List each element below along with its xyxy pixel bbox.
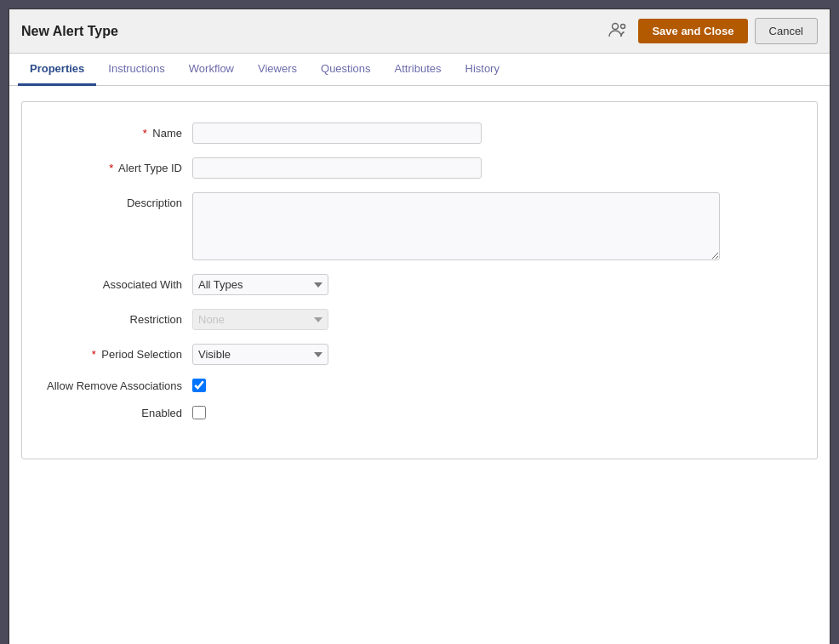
tab-workflow[interactable]: Workflow <box>177 54 246 86</box>
tab-properties[interactable]: Properties <box>18 54 96 86</box>
form-panel: * Name * Alert Type ID Description <box>21 101 818 459</box>
enabled-checkbox[interactable] <box>192 406 206 419</box>
description-textarea[interactable] <box>192 192 720 260</box>
restriction-label: Restriction <box>39 309 192 326</box>
period-selection-label: * Period Selection <box>39 344 192 361</box>
alert-type-id-input[interactable] <box>192 157 482 179</box>
tab-attributes[interactable]: Attributes <box>383 54 454 86</box>
page-title: New Alert Type <box>21 24 118 39</box>
titlebar-left: New Alert Type <box>21 24 118 39</box>
enabled-row: Enabled <box>39 406 800 419</box>
allow-remove-associations-label: Allow Remove Associations <box>39 379 192 392</box>
period-selection-select[interactable]: Visible Hidden Required <box>192 344 328 365</box>
restriction-select[interactable]: None Restricted Public <box>192 309 328 330</box>
name-required-star: * <box>143 127 147 140</box>
associated-with-label: Associated With <box>39 274 192 291</box>
titlebar-right: Save and Close Cancel <box>604 16 818 46</box>
svg-point-0 <box>613 24 619 30</box>
description-label: Description <box>39 192 192 209</box>
cancel-button[interactable]: Cancel <box>755 18 818 44</box>
period-selection-row: * Period Selection Visible Hidden Requir… <box>39 344 800 365</box>
tab-questions[interactable]: Questions <box>309 54 383 86</box>
tab-viewers[interactable]: Viewers <box>246 54 309 86</box>
user-icon <box>608 20 628 40</box>
tab-instructions[interactable]: Instructions <box>96 54 176 86</box>
tab-bar: Properties Instructions Workflow Viewers… <box>9 54 830 86</box>
alert-type-id-label: * Alert Type ID <box>39 157 192 174</box>
name-row: * Name <box>39 123 800 144</box>
tab-history[interactable]: History <box>454 54 511 86</box>
associated-with-select[interactable]: All Types Type A Type B <box>192 274 328 295</box>
period-selection-required-star: * <box>92 348 96 361</box>
alert-type-id-row: * Alert Type ID <box>39 157 800 179</box>
content-area: * Name * Alert Type ID Description <box>9 86 830 644</box>
alert-type-id-required-star: * <box>109 162 113 174</box>
associated-with-row: Associated With All Types Type A Type B <box>39 274 800 295</box>
description-row: Description <box>39 192 800 260</box>
svg-point-1 <box>621 25 625 29</box>
name-input[interactable] <box>192 123 482 144</box>
restriction-row: Restriction None Restricted Public <box>39 309 800 330</box>
name-label: * Name <box>39 123 192 140</box>
titlebar: New Alert Type Save and Close Cancel <box>9 9 830 54</box>
main-window: New Alert Type Save and Close Cancel Pro… <box>9 9 830 644</box>
user-icon-button[interactable] <box>604 16 631 46</box>
allow-remove-associations-checkbox[interactable] <box>192 379 206 392</box>
allow-remove-associations-row: Allow Remove Associations <box>39 379 800 392</box>
enabled-label: Enabled <box>39 407 192 419</box>
save-and-close-button[interactable]: Save and Close <box>638 19 747 43</box>
